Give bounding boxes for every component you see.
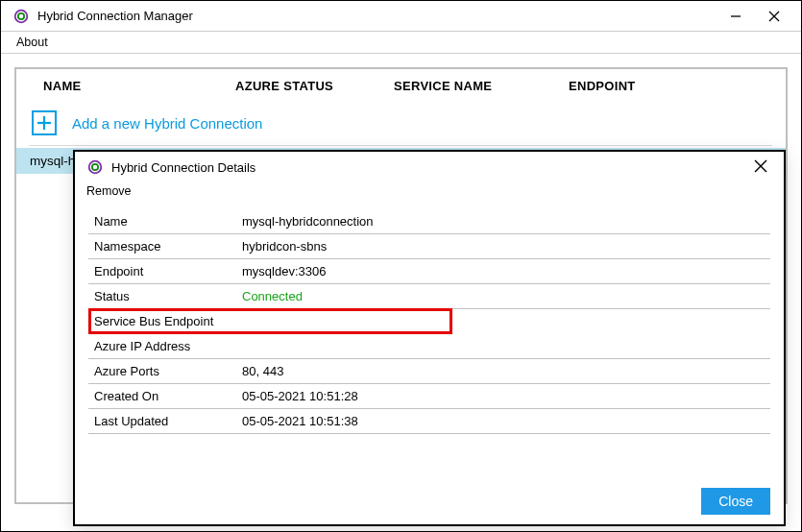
svg-point-7 [89, 161, 102, 174]
menu-remove[interactable]: Remove [86, 184, 132, 198]
minimize-button[interactable] [717, 1, 755, 32]
menubar: About [1, 32, 801, 54]
dialog-close-icon[interactable] [745, 157, 776, 178]
app-icon [86, 158, 104, 176]
app-icon [12, 8, 30, 25]
highlight-service-bus-endpoint: Service Bus Endpoint [88, 308, 452, 334]
plus-icon[interactable] [32, 110, 57, 135]
details-list: Name mysql-hybridconnection Namespace hy… [75, 206, 784, 438]
svg-point-8 [92, 164, 98, 170]
add-connection-label: Add a new Hybrid Connection [72, 115, 262, 132]
header-endpoint: ENDPOINT [569, 79, 759, 93]
detail-name: Name mysql-hybridconnection [88, 209, 770, 234]
header-service: SERVICE NAME [394, 79, 569, 93]
detail-azure-ports: Azure Ports 80, 443 [88, 359, 770, 384]
detail-azure-ip: Azure IP Address [88, 334, 770, 359]
dialog-titlebar: Hybrid Connection Details [75, 152, 784, 179]
svg-point-1 [18, 12, 24, 18]
detail-sb-endpoint: Service Bus Endpoint [91, 311, 450, 331]
svg-point-0 [15, 10, 28, 22]
detail-created: Created On 05-05-2021 10:51:28 [88, 384, 770, 409]
detail-endpoint: Endpoint mysqldev:3306 [88, 259, 770, 284]
dialog-footer: Close [701, 488, 770, 515]
detail-updated: Last Updated 05-05-2021 10:51:38 [88, 409, 770, 434]
detail-namespace: Namespace hybridcon-sbns [88, 234, 770, 259]
details-dialog: Hybrid Connection Details Remove Name my… [73, 150, 786, 526]
dialog-title: Hybrid Connection Details [111, 160, 745, 175]
header-name: NAME [43, 79, 235, 93]
add-connection-row[interactable]: Add a new Hybrid Connection [30, 105, 772, 146]
detail-status: Status Connected [88, 284, 770, 309]
close-button[interactable] [755, 1, 793, 32]
window-title: Hybrid Connection Manager [37, 9, 717, 23]
header-status: AZURE STATUS [235, 79, 394, 93]
dialog-menu: Remove [75, 179, 784, 206]
table-header: NAME AZURE STATUS SERVICE NAME ENDPOINT [30, 69, 772, 105]
dialog-close-button[interactable]: Close [701, 488, 770, 515]
window-titlebar: Hybrid Connection Manager [1, 1, 801, 32]
menu-about[interactable]: About [11, 34, 54, 51]
